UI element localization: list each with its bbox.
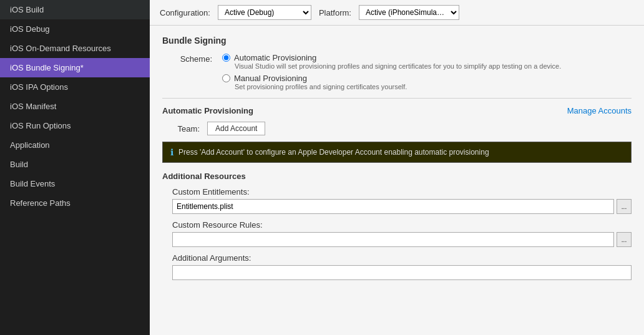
info-bar: ℹ Press 'Add Account' to configure an Ap… [162, 142, 632, 163]
custom-resource-rules-group: Custom Resource Rules: ... [162, 220, 632, 247]
add-account-button[interactable]: Add Account [207, 122, 265, 135]
main-content: Configuration: Active (Debug) Debug Rele… [150, 0, 644, 335]
scheme-label: Scheme: [162, 53, 212, 64]
scheme-group: Scheme: Automatic Provisioning Visual St… [162, 53, 632, 90]
scheme-content: Automatic Provisioning Visual Studio wil… [222, 53, 632, 90]
sidebar-item-build-events[interactable]: Build Events [0, 174, 150, 193]
additional-arguments-group: Additional Arguments: [162, 253, 632, 280]
team-label: Team: [162, 124, 200, 134]
custom-entitlements-row: ... [172, 199, 632, 214]
team-row: Team: Add Account [162, 122, 632, 135]
custom-entitlements-group: Custom Entitlements: ... [162, 187, 632, 214]
manual-provisioning-row: Manual Provisioning [222, 74, 632, 83]
sidebar-item-ios-build[interactable]: iOS Build [0, 0, 150, 19]
content-area: Bundle Signing Scheme: Automatic Provisi… [150, 26, 644, 335]
manual-provisioning-label: Manual Provisioning [234, 74, 307, 83]
custom-entitlements-label: Custom Entitlements: [172, 187, 632, 197]
divider-1 [162, 98, 632, 99]
bundle-signing-title: Bundle Signing [162, 36, 632, 46]
custom-resource-rules-browse-button[interactable]: ... [617, 232, 632, 247]
sidebar-item-ios-debug[interactable]: iOS Debug [0, 19, 150, 39]
info-text: Press 'Add Account' to configure an Appl… [178, 148, 489, 157]
configuration-label: Configuration: [160, 8, 210, 17]
sidebar-item-ios-on-demand[interactable]: iOS On-Demand Resources [0, 39, 150, 58]
toolbar: Configuration: Active (Debug) Debug Rele… [150, 0, 644, 26]
manual-provisioning-desc: Set provisioning profiles and signing ce… [235, 83, 632, 90]
automatic-provisioning-desc: Visual Studio will set provisioning prof… [235, 62, 632, 70]
custom-entitlements-input[interactable] [172, 199, 614, 214]
auto-prov-header: Automatic Provisioning Manage Accounts [162, 106, 632, 115]
custom-resource-rules-label: Custom Resource Rules: [172, 220, 632, 230]
sidebar-item-ios-run-options[interactable]: iOS Run Options [0, 116, 150, 135]
automatic-provisioning-row: Automatic Provisioning [222, 53, 632, 62]
automatic-provisioning-item: Automatic Provisioning Visual Studio wil… [222, 53, 632, 70]
custom-resource-rules-input[interactable] [172, 232, 614, 247]
manage-accounts-link[interactable]: Manage Accounts [567, 106, 632, 115]
sidebar-item-application[interactable]: Application [0, 135, 150, 155]
sidebar-item-ios-manifest[interactable]: iOS Manifest [0, 97, 150, 116]
sidebar-item-reference-paths[interactable]: Reference Paths [0, 193, 150, 213]
sidebar-item-ios-bundle-signing[interactable]: iOS Bundle Signing* [0, 58, 150, 77]
info-icon: ℹ [170, 147, 173, 157]
additional-arguments-label: Additional Arguments: [172, 253, 632, 263]
automatic-provisioning-label: Automatic Provisioning [234, 53, 316, 62]
platform-label: Platform: [319, 8, 351, 17]
auto-prov-title: Automatic Provisioning [162, 106, 253, 115]
provisioning-radio-group: Automatic Provisioning Visual Studio wil… [222, 53, 632, 90]
custom-resource-rules-row: ... [172, 232, 632, 247]
manual-provisioning-radio[interactable] [222, 74, 230, 82]
additional-arguments-input[interactable] [172, 265, 632, 280]
configuration-select[interactable]: Active (Debug) Debug Release [218, 5, 311, 20]
automatic-provisioning-radio[interactable] [222, 54, 230, 62]
manual-provisioning-item: Manual Provisioning Set provisioning pro… [222, 74, 632, 90]
platform-select[interactable]: Active (iPhoneSimula… iPhone iPhoneSimul… [359, 5, 459, 20]
sidebar: iOS Build iOS Debug iOS On-Demand Resour… [0, 0, 150, 335]
sidebar-item-ios-ipa-options[interactable]: iOS IPA Options [0, 77, 150, 97]
additional-resources-title: Additional Resources [162, 172, 632, 181]
sidebar-item-build[interactable]: Build [0, 155, 150, 174]
custom-entitlements-browse-button[interactable]: ... [617, 199, 632, 214]
additional-arguments-row [172, 265, 632, 280]
